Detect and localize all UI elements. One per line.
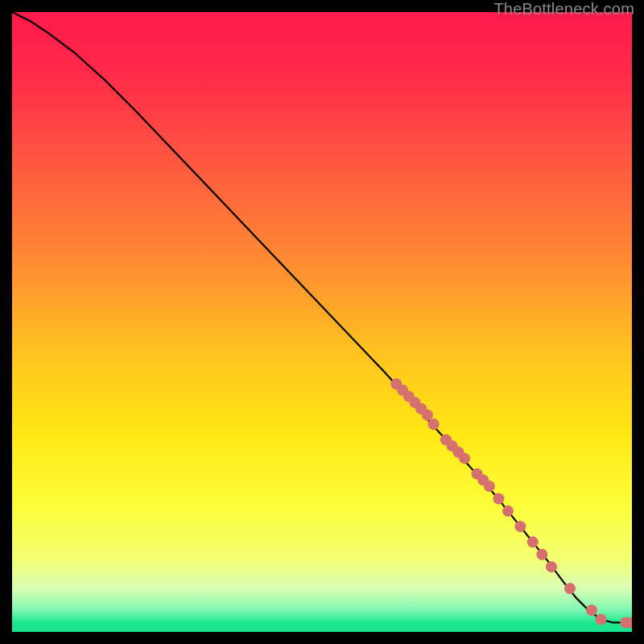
data-point <box>493 493 504 504</box>
chart-svg <box>12 12 632 632</box>
data-point <box>536 549 547 560</box>
data-point <box>527 536 539 547</box>
gradient-background <box>12 12 632 632</box>
chart-frame <box>12 12 632 632</box>
attribution-label: TheBottleneck.com <box>493 0 634 19</box>
data-point <box>484 481 495 492</box>
data-point <box>586 605 597 616</box>
data-point <box>546 561 557 572</box>
data-point <box>428 419 440 430</box>
data-point <box>422 410 433 421</box>
data-point <box>502 506 514 517</box>
data-point <box>459 452 470 464</box>
data-point <box>564 583 576 594</box>
data-point <box>596 614 607 625</box>
data-point <box>514 521 526 532</box>
